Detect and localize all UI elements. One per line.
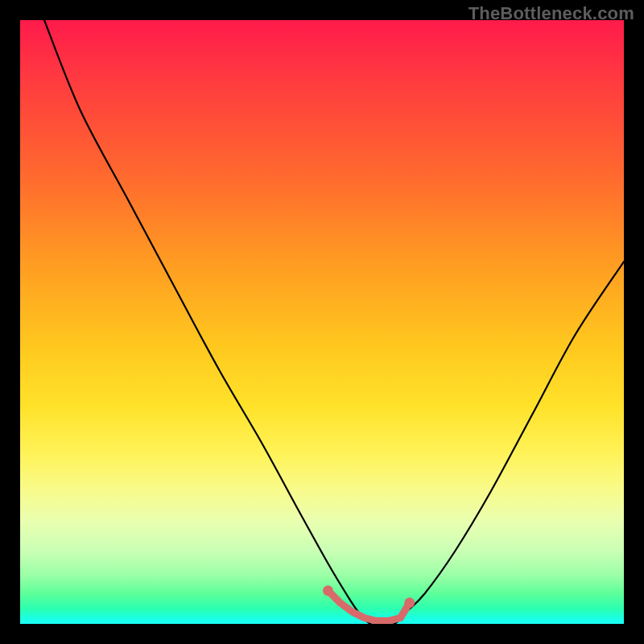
trough-highlight: [323, 585, 415, 621]
trough-line: [328, 591, 410, 621]
curve-svg: [20, 20, 624, 624]
trough-end-dot: [323, 585, 333, 596]
trough-end-dot: [404, 597, 415, 608]
chart-frame: TheBottleneck.com: [0, 0, 644, 644]
bottleneck-curve: [44, 20, 624, 624]
plot-area: [20, 20, 624, 624]
